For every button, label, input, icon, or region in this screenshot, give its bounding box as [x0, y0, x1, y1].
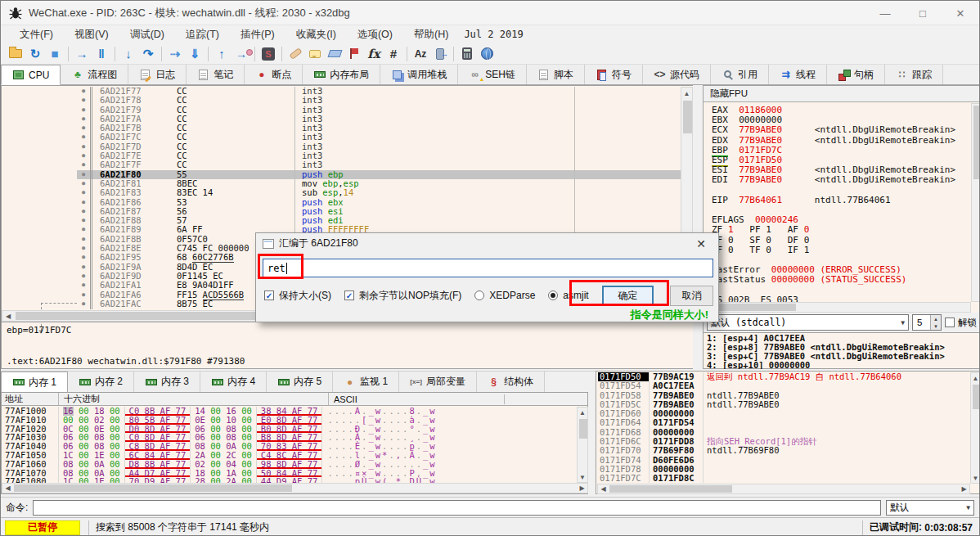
memory-hscrollbar[interactable]: ◀ ▶: [2, 483, 588, 493]
tab-日志[interactable]: 日志: [128, 65, 187, 84]
open-file-icon[interactable]: [6, 45, 25, 63]
tab-内存-5[interactable]: 内存 5: [267, 372, 333, 392]
dialog-close-icon[interactable]: ✕: [690, 237, 712, 250]
stack-vscrollbar[interactable]: ▲ ▼: [970, 372, 980, 484]
scroll-left-icon[interactable]: ◀: [598, 485, 609, 493]
disasm-row[interactable]: ●6AD21F7ACCint3: [77, 115, 681, 124]
registers-hscrollbar[interactable]: [704, 302, 971, 313]
disasm-row[interactable]: ●6AD21F7DCCint3: [77, 142, 681, 151]
strings-icon[interactable]: S: [258, 45, 278, 63]
internet-icon[interactable]: [477, 45, 497, 63]
step-into-icon[interactable]: ↓: [119, 45, 138, 63]
tab-内存-4[interactable]: 内存 4: [200, 372, 267, 392]
nop-fill-checkbox[interactable]: ✓: [344, 291, 354, 300]
command-input[interactable]: [33, 500, 881, 516]
memory-row[interactable]: 77AF10801C 00 1E 0070 D9 AF 7728 00 2A 0…: [2, 477, 576, 483]
disasm-row[interactable]: ●6AD21F8383EC 14sub esp,14: [77, 188, 681, 197]
register-line[interactable]: CF 0 TF 0 IF 1: [712, 245, 970, 255]
disasm-row[interactable]: ●6AD21F818BECmov ebp,esp: [77, 179, 681, 188]
execute-till-return-icon[interactable]: ↑: [212, 45, 232, 63]
maximize-button[interactable]: □: [904, 1, 942, 25]
tab-源代码[interactable]: <>源代码: [643, 65, 711, 84]
disasm-row[interactable]: ●6AD21F7FCCint3: [77, 160, 681, 169]
disasm-row[interactable]: ●6AD21F8756push esi: [77, 207, 681, 216]
tab-断点[interactable]: ●断点: [245, 65, 303, 84]
memory-vscrollbar[interactable]: ▲ ▼: [577, 407, 588, 483]
tab-内存-2[interactable]: 内存 2: [68, 372, 134, 392]
tab-句柄[interactable]: 句柄: [827, 65, 885, 84]
tab-局部变量[interactable]: [x=]局部变量: [399, 372, 477, 392]
scroll-down-icon[interactable]: ▼: [578, 472, 587, 482]
menu-t[interactable]: 追踪(T): [175, 26, 230, 43]
scroll-up-icon[interactable]: ▲: [681, 88, 692, 99]
disasm-row[interactable]: ●6AD21F78CCint3: [77, 96, 681, 105]
scroll-up-icon[interactable]: ▲: [578, 408, 587, 417]
close-button[interactable]: ✕: [942, 1, 979, 25]
scroll-left-icon[interactable]: ◀: [2, 484, 13, 492]
call-argument[interactable]: 4: [esp+10] 00000000: [707, 361, 980, 369]
tab-内存-3[interactable]: 内存 3: [134, 372, 200, 392]
tab-引用[interactable]: 引用: [711, 65, 769, 84]
run-icon[interactable]: →: [72, 45, 92, 63]
scroll-left-icon[interactable]: ◀: [2, 310, 14, 322]
scroll-right-icon[interactable]: ▶: [959, 485, 969, 493]
scroll-right-icon[interactable]: ▶: [577, 484, 587, 492]
menu-f[interactable]: 文件(F): [9, 26, 64, 43]
scroll-up-icon[interactable]: ▲: [971, 373, 980, 383]
xedparse-radio[interactable]: [474, 291, 484, 300]
step-down-icon[interactable]: ⇓: [185, 45, 205, 63]
assembly-instruction-input[interactable]: ret: [263, 259, 713, 277]
tab-符号[interactable]: 符号: [585, 65, 643, 84]
disasm-row[interactable]: ●6AD21F7BCCint3: [77, 124, 681, 133]
labels-icon[interactable]: [325, 45, 344, 63]
tab-结构体[interactable]: §结构体: [477, 372, 545, 392]
tab-流程图[interactable]: ♣流程图: [61, 65, 128, 84]
column-header-address[interactable]: 地址: [2, 393, 59, 405]
stack-hscrollbar[interactable]: ◀ ▶: [597, 484, 970, 494]
register-line[interactable]: EIP 77B64061 ntdll.77B64061: [712, 196, 970, 205]
disasm-row[interactable]: ●6AD21F79CCint3: [77, 106, 681, 115]
menu-h[interactable]: 帮助(H): [403, 26, 459, 43]
scroll-down-icon[interactable]: ▼: [971, 473, 980, 483]
patches-icon[interactable]: [285, 45, 305, 63]
stack-row[interactable]: 0171FD7C0171FD8C: [598, 474, 969, 483]
register-line[interactable]: EDI 77B9ABE0 <ntdll.DbgUiRemoteBreakin>: [712, 175, 970, 185]
column-header-hex[interactable]: 十六进制: [59, 393, 329, 405]
stop-icon[interactable]: ■: [45, 45, 65, 63]
tab-内存-1[interactable]: 内存 1: [1, 372, 68, 393]
keep-size-checkbox[interactable]: ✓: [264, 291, 274, 300]
disasm-row[interactable]: ●6AD21F7ECCint3: [77, 151, 681, 160]
menu-o[interactable]: 选项(O): [347, 26, 403, 43]
calling-convention-select[interactable]: 默认 (stdcall) ▼: [707, 314, 909, 331]
stack-row[interactable]: 0171FD54A0C17EEA: [598, 381, 969, 390]
calculator-icon[interactable]: [457, 45, 477, 63]
tab-监视-1[interactable]: ●监视 1: [333, 372, 399, 392]
disasm-row[interactable]: ●6AD21F7CCCint3: [77, 133, 681, 142]
arg-count-stepper[interactable]: 5 ▲▼: [912, 314, 942, 331]
menu-p[interactable]: 插件(P): [230, 26, 285, 43]
restart-icon[interactable]: ↻: [25, 45, 45, 63]
function-icon[interactable]: fx: [364, 45, 384, 63]
attach-icon[interactable]: [430, 45, 450, 63]
menu-i[interactable]: 收藏夹(I): [285, 26, 347, 43]
comments-icon[interactable]: [305, 45, 325, 63]
asmjit-radio[interactable]: [548, 291, 558, 300]
minimize-button[interactable]: —: [866, 1, 904, 25]
register-line[interactable]: LastStatus 00000000 (STATUS_SUCCESS): [712, 275, 970, 285]
bookmarks-icon[interactable]: [344, 45, 364, 63]
run-to-user-code-icon[interactable]: →: [232, 45, 251, 63]
unlock-checkbox[interactable]: 解锁: [945, 317, 977, 329]
tab-跟踪[interactable]: ∷跟踪: [885, 65, 943, 84]
menu-d[interactable]: 调试(D): [119, 26, 175, 43]
tab-cpu[interactable]: CPU: [1, 65, 61, 85]
column-header-ascii[interactable]: ASCII: [329, 394, 505, 404]
checkbox-icon[interactable]: [945, 318, 955, 327]
step-over-icon[interactable]: ↷: [138, 45, 158, 63]
tab-内存布局[interactable]: 内存布局: [303, 65, 380, 84]
disasm-row[interactable]: ●6AD21F77CCint3: [77, 87, 681, 96]
hide-fpu-button[interactable]: 隐藏FPU: [704, 86, 980, 102]
text-encoding-icon[interactable]: Az: [411, 45, 430, 63]
cancel-button[interactable]: 取消: [670, 286, 713, 306]
menu-v[interactable]: 视图(V): [64, 26, 119, 43]
tab-笔记[interactable]: 笔记: [187, 65, 245, 84]
